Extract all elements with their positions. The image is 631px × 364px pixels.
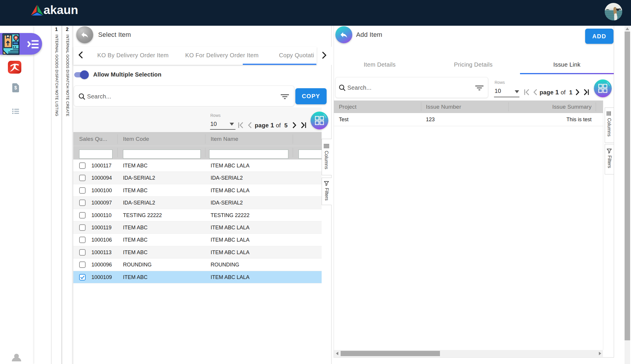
svg-text:$: $ [14, 85, 17, 90]
